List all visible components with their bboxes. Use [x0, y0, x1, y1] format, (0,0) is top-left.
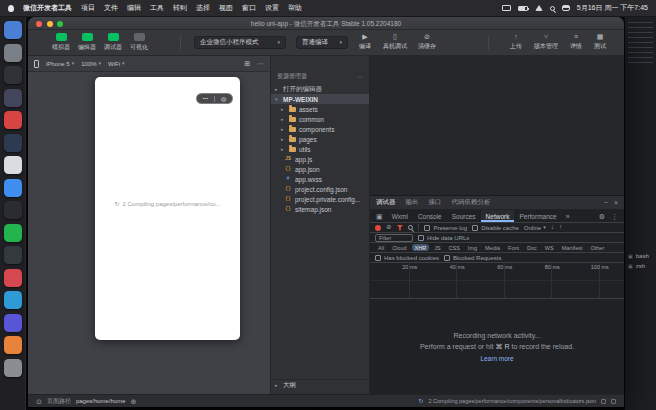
compile-mode-dropdown[interactable]: 普通编译 ▾	[296, 36, 348, 49]
devtools-tab[interactable]: Network	[481, 210, 515, 222]
project-root-row[interactable]: ▾ MP-WEIXIN	[271, 94, 369, 104]
filter-chip[interactable]: Doc	[524, 244, 540, 251]
file-item[interactable]: {} app.json	[271, 164, 369, 174]
dock-app-icon-app15[interactable]	[4, 336, 22, 354]
devtools-tab[interactable]: Wxml	[387, 210, 413, 222]
terminal-item[interactable]: ▣ bash	[628, 253, 653, 259]
compile-button[interactable]: ▶ 编译	[354, 33, 376, 51]
filter-chip[interactable]: JS	[431, 244, 443, 251]
menu-item[interactable]: 项目	[81, 3, 95, 13]
page-path-value[interactable]: pages/home/home	[76, 398, 126, 404]
dock-app-icon-app5[interactable]	[4, 111, 22, 129]
page-info-icon[interactable]: ⊙	[36, 398, 42, 405]
disable-cache-checkbox[interactable]: Disable cache	[472, 225, 519, 231]
more-icon[interactable]: ⋯	[257, 60, 264, 67]
close-window-button[interactable]	[36, 21, 42, 27]
dock-app-icon-app13[interactable]	[4, 291, 22, 309]
version-control-button[interactable]: ⑂ 版本管理	[530, 33, 562, 51]
wifi-icon[interactable]	[535, 5, 543, 11]
clear-icon[interactable]: ⊘	[386, 224, 391, 231]
folder-item[interactable]: ▸ common	[271, 114, 369, 124]
menu-item[interactable]: 选择	[196, 3, 210, 13]
outline-row[interactable]: ▸ 大纲	[271, 379, 369, 390]
filter-chip[interactable]: WS	[542, 244, 557, 251]
gear-icon[interactable]: ⚙	[597, 213, 607, 220]
filter-icon[interactable]	[396, 225, 403, 231]
filter-chip[interactable]: Manifest	[559, 244, 586, 251]
menu-item[interactable]: 工具	[150, 3, 164, 13]
devtools-tab[interactable]: Sources	[447, 210, 481, 222]
window-titlebar[interactable]: hello uni-app - 微信开发者工具 Stable 1.05.2204…	[28, 17, 624, 30]
import-har-icon[interactable]: ↓	[551, 224, 554, 231]
file-item[interactable]: # app.wxss	[271, 174, 369, 184]
grid-icon[interactable]: ⊞	[244, 60, 250, 67]
editor-panel-button[interactable]: 编辑器	[74, 33, 100, 52]
network-select[interactable]: WiFi ▾	[108, 61, 125, 67]
zoom-select[interactable]: 100% ▾	[81, 61, 101, 67]
debugger-tab[interactable]: 调试器	[376, 198, 396, 207]
dock-app-icon-app4[interactable]	[4, 89, 22, 107]
learn-more-link[interactable]: Learn more	[480, 355, 513, 362]
blocked-requests-checkbox[interactable]: Blocked Requests	[444, 255, 501, 261]
folder-item[interactable]: ▸ pages	[271, 134, 369, 144]
menu-item[interactable]: 转到	[173, 3, 187, 13]
folder-item[interactable]: ▸ components	[271, 124, 369, 134]
throttling-select[interactable]: Online ▾	[524, 225, 546, 231]
dock-app-icon-app3[interactable]	[4, 66, 22, 84]
notification-icon[interactable]	[601, 399, 606, 404]
debugger-panel-button[interactable]: 调试器	[100, 33, 126, 52]
dock-app-icon-app6[interactable]	[4, 134, 22, 152]
terminal-item[interactable]: ▣ zsh	[628, 263, 653, 269]
device-select[interactable]: iPhone 5 ▾	[46, 61, 74, 67]
filter-chip[interactable]: XHR	[412, 244, 430, 251]
minimize-icon[interactable]: −	[604, 199, 608, 206]
dock-app-icon-app11[interactable]	[4, 246, 22, 264]
apple-menu-icon[interactable]	[8, 5, 14, 12]
dock-app-icon-app2[interactable]	[4, 44, 22, 62]
minimize-window-button[interactable]	[47, 21, 53, 27]
upload-button[interactable]: ↑ 上传	[506, 33, 526, 51]
miniprogram-capsule[interactable]: ••• ◎	[196, 93, 233, 104]
menu-item[interactable]: 文件	[104, 3, 118, 13]
filter-chip[interactable]: Cloud	[389, 244, 409, 251]
visualization-panel-button[interactable]: 可视化	[126, 33, 152, 52]
search-icon[interactable]	[550, 6, 555, 11]
debugger-tab[interactable]: 输出	[406, 198, 419, 207]
dock-app-icon-app12[interactable]	[4, 269, 22, 287]
debugger-tab[interactable]: 代码依赖分析	[452, 198, 491, 207]
preserve-log-checkbox[interactable]: Preserve log	[424, 225, 467, 231]
dock-app-icon-app7[interactable]	[4, 156, 22, 174]
open-editors-row[interactable]: ▸ 打开的编辑器	[271, 84, 369, 94]
menubar-app-name[interactable]: 微信开发者工具	[23, 3, 72, 13]
export-har-icon[interactable]: ↑	[559, 224, 562, 231]
menu-item[interactable]: 窗口	[242, 3, 256, 13]
dock-app-icon-app14[interactable]	[4, 314, 22, 332]
search-icon[interactable]	[408, 225, 413, 230]
filter-chip[interactable]: Font	[505, 244, 522, 251]
overflow-icon[interactable]: »	[564, 213, 572, 220]
menubar-clock[interactable]: 5月16日 周一 下午7:45	[577, 3, 648, 13]
devtools-tab[interactable]: Console	[413, 210, 447, 222]
dock-app-icon-app10[interactable]	[4, 224, 22, 242]
hide-data-urls-checkbox[interactable]: Hide data URLs	[418, 235, 469, 241]
simulator-panel-button[interactable]: 模拟器	[48, 33, 74, 52]
filter-chip[interactable]: CSS	[446, 244, 463, 251]
dock-app-icon-app9[interactable]	[4, 201, 22, 219]
devtools-tab[interactable]: Performance	[514, 210, 561, 222]
menu-item[interactable]: 帮助	[288, 3, 302, 13]
has-blocked-cookies-checkbox[interactable]: Has blocked cookies	[375, 255, 439, 261]
menu-dots-icon[interactable]: •••	[197, 97, 214, 101]
menu-item[interactable]: 视图	[219, 3, 233, 13]
filter-chip[interactable]: All	[375, 244, 387, 251]
device-debug-button[interactable]: ▯ 真机调试	[380, 33, 410, 51]
record-icon[interactable]	[375, 225, 381, 231]
file-item[interactable]: {} sitemap.json	[271, 204, 369, 214]
mode-dropdown[interactable]: 企业微信小程序模式 ▾	[194, 36, 286, 49]
filter-chip[interactable]: Img	[465, 244, 480, 251]
add-page-icon[interactable]: ⊕	[131, 398, 137, 405]
details-button[interactable]: ≡ 详情	[566, 33, 586, 51]
more-vert-icon[interactable]: ⋮	[609, 213, 620, 220]
filter-chip[interactable]: Other	[587, 244, 607, 251]
more-icon[interactable]: ⋯	[357, 73, 363, 80]
file-item[interactable]: {} project.private.config...	[271, 194, 369, 204]
